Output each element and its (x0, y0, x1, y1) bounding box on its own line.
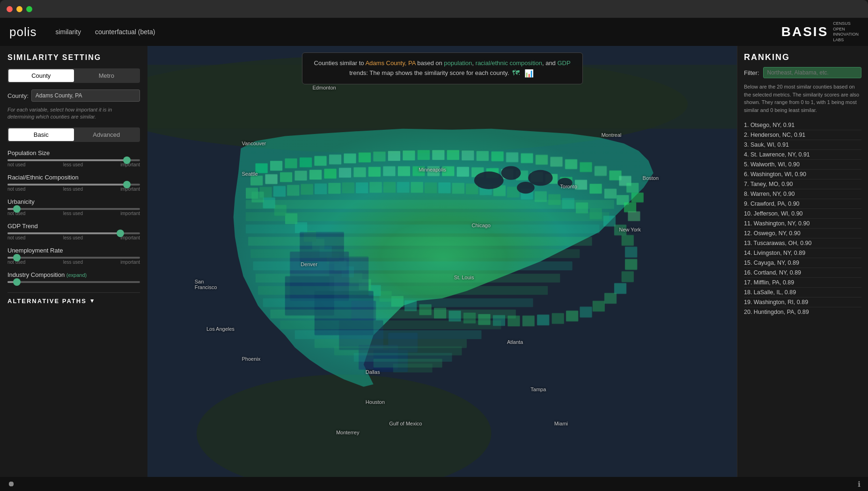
ranking-item[interactable]: 16. Cortland, NY, 0.89 (744, 268, 861, 278)
bottom-bar: ⏺ ℹ (0, 477, 868, 491)
svg-rect-45 (427, 166, 440, 176)
topbar: polis similarity counterfactual (beta) B… (0, 18, 868, 46)
svg-rect-55 (575, 180, 587, 190)
slider-racial-labels: not used less used important (7, 186, 140, 192)
svg-rect-95 (593, 301, 605, 312)
svg-point-155 (558, 178, 572, 188)
tooltip-population-highlight: population (444, 60, 472, 67)
tooltip-text-before: Counties similar to (314, 60, 366, 67)
svg-rect-31 (626, 183, 639, 193)
ranking-item[interactable]: 18. LaSalle, IL, 0.89 (744, 288, 861, 298)
svg-rect-40 (354, 167, 366, 177)
svg-rect-9 (315, 156, 327, 165)
county-label: County: (7, 92, 29, 99)
slider-urbanicity-track (7, 208, 140, 210)
ranking-item[interactable]: 17. Mifflin, PA, 0.89 (744, 278, 861, 288)
tab-county[interactable]: County (8, 69, 74, 82)
slider-urbanicity-thumb[interactable] (13, 205, 21, 213)
info-icon[interactable]: ℹ (858, 480, 861, 489)
alt-paths-toggle[interactable]: ALTERNATIVE PATHS ▼ (7, 298, 140, 305)
ranking-item[interactable]: 11. Washington, NY, 0.90 (744, 219, 861, 229)
nav-similarity[interactable]: similarity (55, 28, 81, 36)
svg-rect-97 (566, 311, 578, 321)
slider-urbanicity-less-used: less used (63, 211, 83, 216)
nav-counterfactual[interactable]: counterfactual (beta) (95, 28, 155, 36)
svg-point-153 (501, 166, 521, 179)
slider-racial-less-used: less used (63, 186, 83, 192)
chart-icon-button[interactable]: 📊 (523, 69, 535, 78)
slider-gdp-thumb[interactable] (117, 230, 124, 237)
ranking-item[interactable]: 1. Otsego, NY, 0.91 (744, 120, 861, 130)
record-icon[interactable]: ⏺ (7, 480, 15, 488)
slider-industry-expand[interactable]: (expand) (66, 272, 87, 278)
county-input[interactable] (31, 89, 140, 102)
slider-industry-wrapper (7, 281, 140, 283)
svg-rect-27 (580, 162, 592, 172)
svg-rect-44 (413, 166, 425, 176)
mode-basic[interactable]: Basic (8, 128, 74, 141)
slider-industry-track (7, 281, 140, 283)
window-chrome (0, 0, 868, 18)
slider-industry-thumb[interactable] (13, 278, 21, 286)
ranking-item[interactable]: 6. Washington, WI, 0.90 (744, 170, 861, 179)
ranking-item[interactable]: 14. Livingston, NY, 0.89 (744, 248, 861, 258)
ranking-item[interactable]: 8. Warren, NY, 0.90 (744, 189, 861, 199)
ranking-item[interactable]: 13. Tuscarawas, OH, 0.90 (744, 238, 861, 248)
slider-racial-not-used: not used (7, 186, 25, 192)
mode-tab-group: Basic Advanced (7, 127, 140, 142)
svg-rect-17 (433, 150, 445, 160)
svg-rect-18 (447, 150, 459, 160)
slider-racial-thumb[interactable] (123, 181, 131, 188)
slider-racial-important: important (120, 186, 140, 192)
svg-rect-5 (256, 163, 268, 173)
ranking-item[interactable]: 7. Taney, MO, 0.90 (744, 179, 861, 189)
county-input-row: County: (7, 89, 140, 102)
close-button[interactable] (7, 6, 13, 12)
ranking-item[interactable]: 5. Walworth, WI, 0.90 (744, 160, 861, 170)
slider-label-important: important (120, 162, 140, 167)
svg-point-154 (528, 170, 552, 186)
slider-unemployment-wrapper (7, 257, 140, 259)
svg-rect-35 (280, 172, 292, 182)
slider-unemployment-label: Unemployment Rate (7, 247, 140, 254)
choropleth-map[interactable] (147, 46, 737, 477)
slider-industry-label: Industry Composition (expand) (7, 271, 140, 278)
map-container[interactable]: Counties similar to Adams County, PA bas… (147, 46, 737, 477)
ranking-item[interactable]: 15. Cayuga, NY, 0.89 (744, 258, 861, 268)
svg-rect-70 (369, 182, 382, 193)
svg-rect-143 (263, 298, 533, 307)
svg-rect-32 (631, 193, 643, 202)
slider-population: Population Size not used less used impor… (7, 149, 140, 167)
slider-population-labels: not used less used important (7, 162, 140, 167)
slider-urbanicity-label: Urbanicity (7, 198, 140, 205)
ranking-description: Below are the 20 most similar counties b… (744, 83, 861, 114)
main-content: SIMILARITY SETTING County Metro County: … (0, 46, 868, 477)
ranking-item[interactable]: 4. St. Lawrence, NY, 0.91 (744, 150, 861, 160)
mode-advanced[interactable]: Advanced (74, 128, 140, 141)
filter-input[interactable] (763, 67, 862, 78)
slider-unemployment-thumb[interactable] (13, 254, 21, 261)
slider-gdp-label: GDP Trend (7, 223, 140, 230)
svg-rect-142 (258, 286, 548, 295)
filter-row: Filter: (744, 67, 861, 78)
tab-metro[interactable]: Metro (74, 69, 140, 82)
minimize-button[interactable] (16, 6, 22, 12)
slider-population-thumb[interactable] (123, 156, 131, 164)
ranking-item[interactable]: 19. Washington, RI, 0.89 (744, 298, 861, 307)
ranking-item[interactable]: 9. Crawford, PA, 0.90 (744, 199, 861, 209)
svg-rect-146 (295, 330, 482, 339)
slider-label-less-used: less used (63, 162, 83, 167)
svg-rect-28 (595, 166, 607, 176)
svg-rect-63 (273, 186, 286, 196)
ranking-item[interactable]: 12. Oswego, NY, 0.90 (744, 229, 861, 238)
svg-rect-139 (250, 249, 580, 258)
census-subtitle: CENSUSOPENINNOVATIONLABS (833, 21, 859, 43)
fullscreen-button[interactable] (26, 6, 32, 12)
nav-links: similarity counterfactual (beta) (55, 28, 155, 36)
map-icon-button[interactable]: 🗺 (511, 69, 521, 77)
ranking-item[interactable]: 20. Huntingdon, PA, 0.89 (744, 307, 861, 317)
ranking-item[interactable]: 2. Henderson, NC, 0.91 (744, 130, 861, 140)
ranking-item[interactable]: 3. Sauk, WI, 0.91 (744, 140, 861, 150)
ranking-item[interactable]: 10. Jefferson, WI, 0.90 (744, 209, 861, 219)
slider-label-not-used: not used (7, 162, 25, 167)
